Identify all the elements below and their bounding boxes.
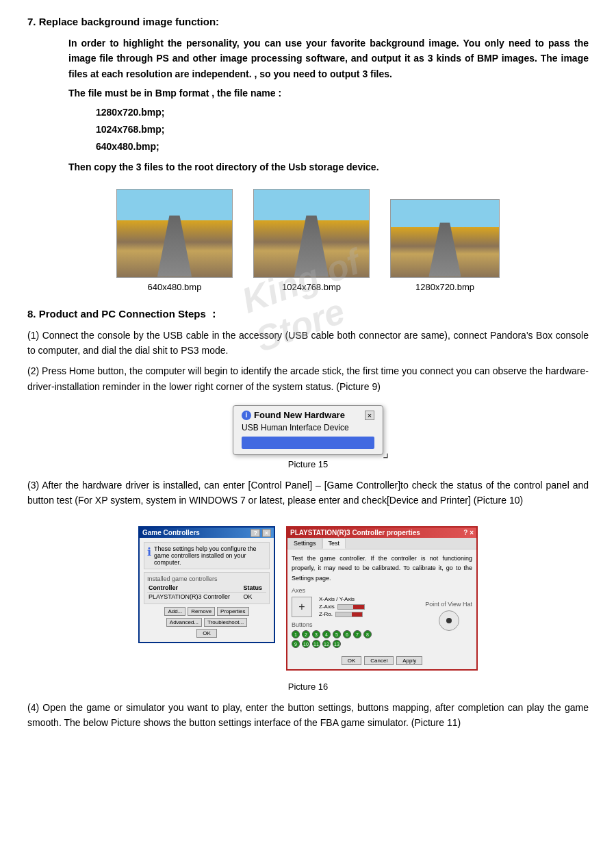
- ps3-tabs: Settings Test: [287, 538, 476, 549]
- ps3-ok-button[interactable]: OK: [342, 656, 362, 665]
- pov-hat: [439, 610, 459, 631]
- step-2: (2) Press Home button, the computer will…: [27, 363, 589, 394]
- z-axis-label: Z-Axis: [319, 604, 335, 610]
- controller-name: PLAYSTATION(R)3 Controller: [147, 592, 242, 601]
- advanced-button[interactable]: Advanced...: [166, 618, 202, 627]
- image-label-640: 640x480.bmp: [148, 282, 202, 292]
- controllers-list-section: Installed game controllers Controller St…: [144, 572, 270, 604]
- btn-4: 4: [322, 630, 331, 638]
- pov-label: Point of View Hat: [425, 601, 472, 608]
- btn-13: 13: [333, 640, 341, 648]
- file2: 1024x768.bmp;: [96, 121, 589, 138]
- btn-11: 11: [312, 640, 320, 648]
- ps3-dialog: PLAYSTATION(R)3 Controller properties ? …: [286, 526, 478, 671]
- axes-label: Axes: [292, 587, 418, 594]
- col-controller: Controller: [147, 584, 242, 593]
- popup-title: i Found New Hardware: [242, 410, 345, 420]
- ok-button[interactable]: OK: [196, 629, 217, 638]
- ps3-body: Test the game controller. If the control…: [287, 549, 476, 669]
- x-axis-bar: X-Axis / Y-Axis: [319, 596, 365, 602]
- step-1: (1) Connect the console by the USB cable…: [27, 328, 589, 359]
- axis-section: X-Axis / Y-Axis Z-Axis: [292, 596, 418, 617]
- popup-close-button[interactable]: ×: [365, 411, 374, 420]
- picture-16-container: Game Controllers ? × ℹ These settings he…: [27, 519, 589, 692]
- help-button[interactable]: ?: [251, 529, 260, 537]
- step-3: (3) After the hardware driver is install…: [27, 478, 589, 508]
- image-item-1280: 1280x720.bmp: [390, 199, 500, 292]
- btn-3: 3: [312, 630, 320, 638]
- z-rot-track: [335, 612, 363, 617]
- btn-10: 10: [302, 640, 310, 648]
- pov-col: Point of View Hat: [425, 587, 472, 651]
- ps3-btn-row: OK Cancel Apply: [292, 656, 472, 665]
- buttons-section: 1 2 3 4 5 6 7 8: [292, 630, 418, 648]
- images-row: 640x480.bmp 1024x768.bmp 1280x720.bmp: [27, 189, 589, 292]
- popup-progress-bar: [242, 437, 374, 449]
- axis-bar-group: X-Axis / Y-Axis Z-Axis: [319, 596, 365, 617]
- road-1024: [294, 216, 329, 277]
- ps3-cancel-button[interactable]: Cancel: [364, 656, 394, 665]
- pov-dot: [446, 618, 452, 623]
- installed-section-title: Installed game controllers: [147, 575, 266, 582]
- section-8-header: 8. Product and PC Connection Steps ：: [27, 306, 589, 322]
- properties-button[interactable]: Properties: [217, 607, 248, 616]
- ps3-content-row: Axes X-Axis / Y-Axis Z-Axis: [292, 587, 472, 651]
- btn-12: 12: [322, 640, 331, 648]
- section-7-para2: The file must be in Bmp format , the fil…: [68, 86, 589, 101]
- info-icon-dialog: ℹ: [147, 545, 151, 558]
- win-controls: ? ×: [251, 529, 271, 536]
- ps3-help-button[interactable]: ?: [463, 529, 467, 536]
- game-controllers-dialog: Game Controllers ? × ℹ These settings he…: [138, 526, 275, 643]
- btn-1: 1: [292, 630, 300, 638]
- col-status: Status: [242, 584, 266, 593]
- btn-2: 2: [302, 630, 310, 638]
- troubleshoot-button[interactable]: Troubleshoot...: [204, 618, 247, 627]
- btn-9: 9: [292, 640, 300, 648]
- popup-wrapper: i Found New Hardware × USB Human Interfa…: [233, 405, 383, 455]
- img-1024: [253, 189, 370, 278]
- game-controllers-body: ℹ These settings help you configure the …: [140, 538, 274, 642]
- tab-settings[interactable]: Settings: [287, 538, 322, 549]
- remove-button[interactable]: Remove: [188, 607, 215, 616]
- info-icon: i: [242, 411, 251, 420]
- controller-row: PLAYSTATION(R)3 Controller OK: [147, 592, 266, 601]
- game-controllers-info: ℹ These settings help you configure the …: [144, 542, 270, 569]
- close-button[interactable]: ×: [262, 529, 271, 537]
- controllers-table: Controller Status PLAYSTATION(R)3 Contro…: [147, 584, 266, 601]
- picture-15-label: Picture 15: [288, 459, 329, 469]
- ps3-info-text: Test the game controller. If the control…: [292, 554, 472, 583]
- popup-title-row: i Found New Hardware ×: [242, 410, 374, 420]
- hardware-popup: i Found New Hardware × USB Human Interfa…: [233, 405, 383, 455]
- section-7: 7. Replace background image function: In…: [27, 14, 589, 292]
- ps3-title: PLAYSTATION(R)3 Controller properties: [290, 529, 420, 536]
- x-axis-label: X-Axis / Y-Axis: [319, 596, 355, 602]
- controller-status: OK: [242, 592, 266, 601]
- img-640: [116, 189, 233, 278]
- tab-test[interactable]: Test: [322, 538, 346, 549]
- popup-title-text: Found New Hardware: [254, 410, 345, 420]
- btn-7: 7: [353, 630, 361, 638]
- section-7-para1: In order to highlight the personality, y…: [68, 36, 589, 81]
- buttons-row-1: 1 2 3 4 5 6 7 8: [292, 630, 418, 638]
- popup-sub-text: USB Human Interface Device: [242, 423, 374, 432]
- ps3-apply-button[interactable]: Apply: [396, 656, 422, 665]
- z-rot-fill: [352, 612, 362, 617]
- buttons-row-2: 9 10 11 12 13: [292, 640, 418, 648]
- picture-15-container: i Found New Hardware × USB Human Interfa…: [27, 405, 589, 469]
- road-1280: [428, 222, 461, 276]
- z-axis-track: [337, 604, 365, 610]
- ps3-close-button[interactable]: ×: [470, 529, 474, 536]
- z-rot-label: Z-Ro.: [319, 611, 333, 617]
- ps3-win-controls: ? ×: [463, 529, 474, 536]
- z-rot-bar: Z-Ro.: [319, 611, 365, 617]
- image-label-1280: 1280x720.bmp: [415, 282, 474, 292]
- btn-6: 6: [343, 630, 351, 638]
- controller-btn-row2: Advanced... Troubleshoot...: [144, 618, 270, 627]
- add-button[interactable]: Add...: [164, 607, 185, 616]
- game-controllers-title-bar: Game Controllers ? ×: [140, 528, 274, 538]
- file1: 1280x720.bmp;: [96, 104, 589, 121]
- page-wrapper: King of Store 7. Replace background imag…: [27, 14, 589, 731]
- file3: 640x480.bmp;: [96, 138, 589, 155]
- road-640: [157, 216, 192, 277]
- z-axis-bar: Z-Axis: [319, 604, 365, 610]
